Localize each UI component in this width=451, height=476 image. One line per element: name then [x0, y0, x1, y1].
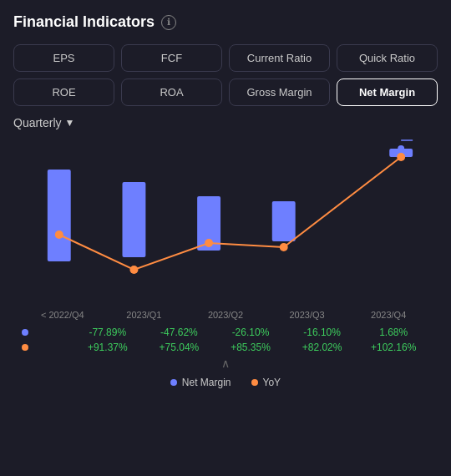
filter-current-ratio[interactable]: Current Ratio [229, 44, 330, 72]
period-label: Quarterly [13, 116, 62, 129]
filter-gross-margin[interactable]: Gross Margin [229, 78, 330, 106]
chevron-down-icon: ▼ [65, 117, 75, 129]
x-labels: < 2022/Q4 2023/Q1 2023/Q2 2023/Q3 2023/Q… [13, 310, 438, 320]
x-label-2023q3: 2023/Q3 [266, 310, 348, 320]
filter-eps[interactable]: EPS [13, 44, 114, 72]
scroll-up-button[interactable]: ∧ [13, 357, 438, 370]
chart-legend: Net Margin YoY [13, 377, 438, 388]
yoy-val-2: +85.35% [215, 342, 286, 353]
x-label-2023q2: 2023/Q2 [185, 310, 266, 320]
x-label-2023q4: 2023/Q4 [347, 310, 429, 320]
yoy-row: +91.37% +75.04% +85.35% +82.02% +102.16% [22, 342, 429, 353]
net-margin-row: -77.89% -47.62% -26.10% -16.10% 1.68% [22, 327, 429, 338]
net-margin-label [22, 329, 72, 336]
legend-net-margin-dot [170, 379, 177, 386]
dot-2023q2 [205, 239, 213, 247]
x-label-2023q1: 2023/Q1 [104, 310, 185, 320]
page-title: Financial Indicators [13, 13, 155, 31]
yoy-val-4: +102.16% [357, 342, 429, 353]
dot-2023q1 [129, 266, 138, 274]
yoy-val-1: +75.04% [144, 342, 215, 353]
bar-2022q4 [48, 170, 71, 261]
filter-roe[interactable]: ROE [13, 78, 114, 106]
filter-fcf[interactable]: FCF [121, 44, 222, 72]
info-icon[interactable]: ℹ [161, 15, 176, 30]
legend-yoy-label: YoY [263, 377, 281, 388]
yoy-dot [22, 344, 28, 351]
legend-yoy: YoY [251, 377, 281, 388]
nm-val-1: -47.62% [144, 327, 215, 338]
legend-yoy-dot [251, 379, 258, 386]
period-selector[interactable]: Quarterly ▼ [13, 116, 438, 129]
top-dot-2023q4 [398, 145, 404, 152]
bar-2023q1 [122, 182, 145, 257]
dot-2022q4 [55, 230, 63, 239]
header: Financial Indicators ℹ [13, 13, 438, 31]
bar-2023q3 [272, 201, 296, 241]
filter-quick-ratio[interactable]: Quick Ratio [337, 44, 438, 72]
dot-2023q3 [280, 243, 288, 251]
nm-val-0: -77.89% [72, 327, 144, 338]
data-rows: -77.89% -47.62% -26.10% -16.10% 1.68% +9… [13, 327, 438, 353]
filter-roa[interactable]: ROA [121, 78, 222, 106]
dot-2023q4 [397, 153, 405, 161]
legend-net-margin: Net Margin [170, 377, 231, 388]
nm-val-2: -26.10% [215, 327, 286, 338]
chart-area [13, 136, 438, 303]
financial-indicators-panel: Financial Indicators ℹ EPS FCF Current R… [13, 13, 438, 388]
nm-val-3: -16.10% [286, 327, 358, 338]
yoy-val-3: +82.02% [286, 342, 358, 353]
chart-svg [13, 136, 438, 303]
nm-val-4: 1.68% [357, 327, 429, 338]
yoy-line [59, 157, 401, 270]
yoy-label [22, 344, 72, 351]
x-label-2022q4: < 2022/Q4 [22, 310, 104, 320]
legend-net-margin-label: Net Margin [182, 377, 231, 388]
yoy-val-0: +91.37% [72, 342, 144, 353]
filter-net-margin[interactable]: Net Margin [337, 78, 438, 106]
filter-grid: EPS FCF Current Ratio Quick Ratio ROE RO… [13, 44, 438, 106]
net-margin-dot [22, 329, 28, 336]
